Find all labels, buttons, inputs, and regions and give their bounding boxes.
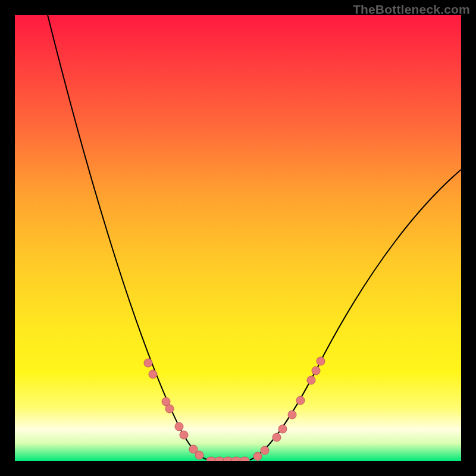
left-dots-group (144, 359, 203, 459)
flat-dots-group (206, 457, 249, 461)
data-point (180, 431, 188, 439)
right-dots-group (253, 357, 325, 461)
data-point (165, 405, 174, 413)
data-point (273, 433, 281, 441)
data-point (307, 376, 315, 384)
data-point (215, 457, 224, 461)
data-point (296, 396, 305, 405)
right-curve (250, 170, 461, 460)
data-point (175, 422, 183, 431)
watermark-text: TheBottleneck.com (353, 2, 470, 17)
bottleneck-curve-plot (15, 15, 461, 461)
data-point (312, 367, 320, 375)
data-point (231, 457, 241, 461)
data-point (278, 425, 287, 433)
data-point (240, 457, 249, 461)
data-point (144, 359, 152, 367)
data-point (195, 451, 203, 459)
chart-frame (15, 15, 461, 461)
data-point (223, 457, 233, 461)
data-point (317, 357, 325, 365)
data-point (253, 452, 262, 461)
data-point (261, 446, 269, 455)
data-point (149, 370, 157, 378)
data-point (206, 457, 216, 461)
left-curve (48, 15, 208, 460)
data-point (288, 411, 296, 419)
